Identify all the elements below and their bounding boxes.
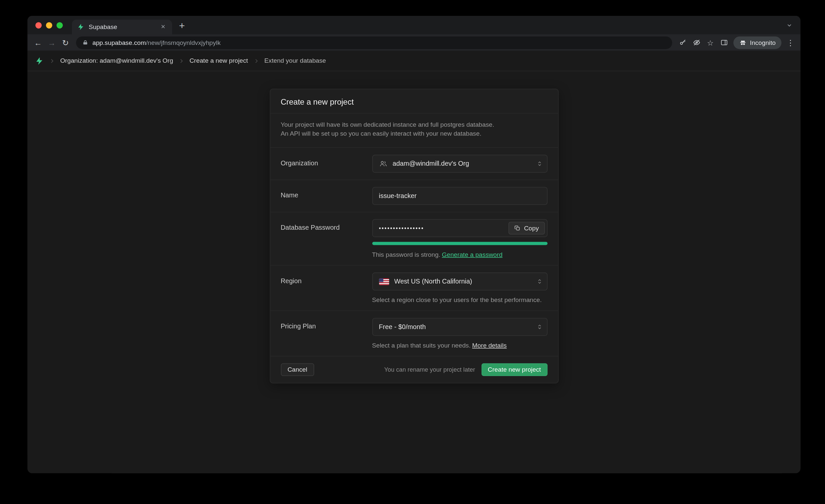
reload-button[interactable]: ↻ [59,35,73,50]
breadcrumb-extend-database: Extend your database [264,57,326,64]
incognito-badge: Incognito [734,36,781,49]
password-row: Database Password [270,212,558,265]
url-path: /new/jfnsmqoynldvxjyhpylk [146,39,220,46]
region-value: West US (North California) [394,278,472,285]
url-text: app.supabase.com/new/jfnsmqoynldvxjyhpyl… [92,39,221,46]
pricing-row: Pricing Plan Free - $0/month Select a pl… [270,310,558,356]
zoom-window-button[interactable] [57,22,63,28]
back-button[interactable]: ← [31,35,45,50]
organization-select[interactable]: adam@windmill.dev's Org [372,155,547,172]
chevron-right-icon [49,58,55,64]
password-label: Database Password [281,219,372,258]
lock-icon [82,40,88,46]
project-name-input[interactable] [372,187,547,205]
organization-label: Organization [281,155,372,172]
pricing-value: Free - $0/month [379,323,426,331]
region-label: Region [281,273,372,304]
cancel-button[interactable]: Cancel [281,363,314,376]
breadcrumb: Organization: adam@windmill.dev's Org Cr… [27,51,800,71]
create-project-card: Create a new project Your project will h… [270,89,558,383]
copy-label: Copy [524,224,539,232]
browser-window: Supabase × + ← → ↻ app.supabase.com/new/… [27,16,800,473]
description-line-1: Your project will have its own dedicated… [281,121,547,129]
pricing-select[interactable]: Free - $0/month [372,318,547,336]
url-domain: app.supabase.com [92,39,146,46]
pricing-label: Pricing Plan [281,318,372,349]
tab-title: Supabase [89,23,155,30]
forward-button[interactable]: → [45,35,59,50]
us-flag-icon [379,278,389,285]
name-row: Name [270,179,558,212]
supabase-logo-icon[interactable] [35,56,44,65]
tab-close-icon[interactable]: × [159,23,168,31]
description-line-2: An API will be set up so you can easily … [281,129,547,138]
password-strength-text: This password is strong.Generate a passw… [372,251,547,258]
region-select[interactable]: West US (North California) [372,273,547,290]
minimize-window-button[interactable] [46,22,52,28]
address-bar[interactable]: app.supabase.com/new/jfnsmqoynldvxjyhpyl… [76,36,672,49]
supabase-page: Organization: adam@windmill.dev's Org Cr… [27,51,800,473]
organization-row: Organization adam@windmill.dev's Org [270,147,558,179]
card-footer: Cancel You can rename your project later… [270,356,558,383]
region-helper-text: Select a region close to your users for … [372,296,547,304]
select-chevrons-icon [536,278,542,285]
tab-strip: Supabase × + [27,16,800,34]
browser-menu-icon[interactable]: ⋮ [784,35,797,50]
breadcrumb-create-project[interactable]: Create a new project [190,57,248,64]
new-tab-button[interactable]: + [179,20,185,32]
tab-list-chevron-icon[interactable] [786,22,792,28]
generate-password-link[interactable]: Generate a password [442,251,503,258]
create-new-project-button[interactable]: Create new project [481,363,547,376]
screen: Supabase × + ← → ↻ app.supabase.com/new/… [0,0,825,504]
close-window-button[interactable] [35,22,42,28]
card-description: Your project will have its own dedicated… [270,113,558,147]
chevron-right-icon [253,58,259,64]
pricing-helper-text: Select a plan that suits your needs.More… [372,342,547,349]
window-controls [27,22,69,28]
chevron-right-icon [178,58,184,64]
page-title: Create a new project [281,97,547,106]
rename-note: You can rename your project later [384,366,475,373]
browser-toolbar: ← → ↻ app.supabase.com/new/jfnsmqoynldvx… [27,34,800,51]
browser-tab[interactable]: Supabase × [72,19,172,34]
more-details-link[interactable]: More details [472,342,507,349]
region-row: Region West US (North California) Select… [270,265,558,310]
copy-icon [515,225,521,231]
copy-password-button[interactable]: Copy [509,222,545,234]
incognito-icon [739,39,746,46]
organization-value: adam@windmill.dev's Org [393,160,469,167]
breadcrumb-organization[interactable]: Organization: adam@windmill.dev's Org [60,57,173,64]
supabase-favicon-icon [77,23,84,31]
incognito-label: Incognito [750,39,775,46]
select-chevrons-icon [536,160,542,167]
side-panel-icon[interactable] [717,35,731,50]
users-icon [379,159,387,168]
name-label: Name [281,187,372,205]
card-header: Create a new project [270,89,558,113]
password-key-icon[interactable] [676,35,690,50]
bookmark-star-icon[interactable]: ☆ [703,35,718,50]
select-chevrons-icon [536,324,542,330]
password-strength-bar [372,242,547,245]
eye-off-icon[interactable] [690,35,703,50]
